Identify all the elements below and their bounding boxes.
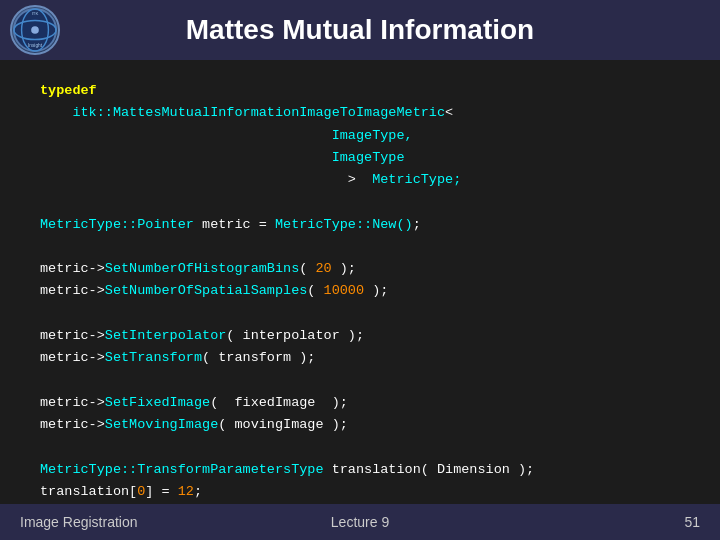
code-line-4: ImageType xyxy=(40,147,680,169)
code-line-9: metric->SetInterpolator( interpolator ); xyxy=(40,325,680,347)
code-line-14: translation[0] = 12; xyxy=(40,481,680,503)
code-line-blank-4 xyxy=(40,369,680,391)
footer-left: Image Registration xyxy=(20,514,247,530)
code-line-3: ImageType, xyxy=(40,125,680,147)
code-line-blank-3 xyxy=(40,303,680,325)
code-line-11: metric->SetFixedImage( fixedImage ); xyxy=(40,392,680,414)
footer-page-number: 51 xyxy=(473,514,700,530)
slide-title: Mattes Mutual Information xyxy=(186,14,534,46)
code-block: typedef itk::MattesMutualInformationImag… xyxy=(40,80,680,504)
code-line-12: metric->SetMovingImage( movingImage ); xyxy=(40,414,680,436)
header: Insight ITK Mattes Mutual Information xyxy=(0,0,720,60)
code-line-blank-2 xyxy=(40,236,680,258)
code-line-2: itk::MattesMutualInformationImageToImage… xyxy=(40,102,680,124)
code-line-blank-5 xyxy=(40,436,680,458)
code-line-7: metric->SetNumberOfHistogramBins( 20 ); xyxy=(40,258,680,280)
code-line-13: MetricType::TransformParametersType tran… xyxy=(40,459,680,481)
content-area: typedef itk::MattesMutualInformationImag… xyxy=(0,60,720,504)
svg-text:Insight: Insight xyxy=(28,43,43,48)
logo-svg: Insight ITK xyxy=(12,6,58,54)
slide: Insight ITK Mattes Mutual Information ty… xyxy=(0,0,720,540)
logo: Insight ITK xyxy=(10,5,60,55)
code-line-10: metric->SetTransform( transform ); xyxy=(40,347,680,369)
svg-text:ITK: ITK xyxy=(32,11,39,16)
footer-center: Lecture 9 xyxy=(247,514,474,530)
logo-circle: Insight ITK xyxy=(10,5,60,55)
footer: Image Registration Lecture 9 51 xyxy=(0,504,720,540)
code-line-5: > MetricType; xyxy=(40,169,680,191)
svg-point-3 xyxy=(31,26,39,34)
code-line-1: typedef xyxy=(40,80,680,102)
code-line-8: metric->SetNumberOfSpatialSamples( 10000… xyxy=(40,280,680,302)
code-line-blank-1 xyxy=(40,191,680,213)
code-line-6: MetricType::Pointer metric = MetricType:… xyxy=(40,214,680,236)
